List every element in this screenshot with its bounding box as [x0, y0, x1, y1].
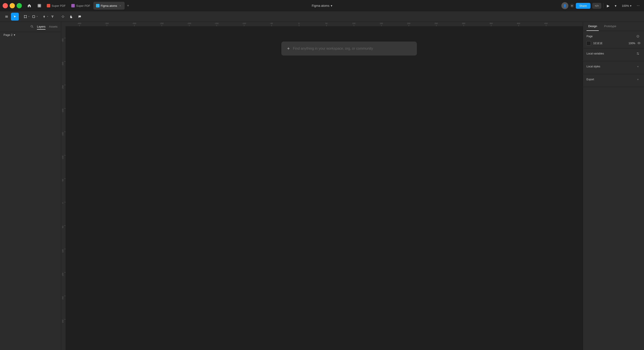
document-title: Figma atoms: [312, 4, 330, 8]
tab-super-pdf-2[interactable]: Super PDF: [69, 2, 93, 10]
svg-rect-7: [5, 16, 8, 16]
right-panel-tabs: Design Prototype: [583, 22, 644, 31]
figma-tab-icon: [96, 4, 100, 8]
frame-tool-button[interactable]: [22, 13, 29, 21]
layers-tab[interactable]: Layers: [37, 24, 46, 30]
tabs-container: Super PDF Super PDF Figma atoms × +: [35, 2, 560, 10]
svg-rect-6: [98, 6, 98, 7]
comment-tool-button[interactable]: [76, 13, 84, 21]
right-panel: Design Prototype Page 1E1E1E 100%: [583, 22, 644, 350]
tab-figma-atoms[interactable]: Figma atoms ×: [93, 2, 124, 10]
left-panel: Layers Assets Page 2 ▾: [0, 22, 61, 350]
component-tools: [59, 13, 84, 21]
play-dropdown-button[interactable]: ▾: [613, 3, 618, 9]
prototype-tab[interactable]: Prototype: [602, 22, 618, 31]
page-color-swatch[interactable]: [586, 41, 591, 46]
svg-rect-10: [24, 16, 26, 18]
page-style-settings-button[interactable]: [635, 34, 640, 39]
visibility-toggle-button[interactable]: [638, 42, 640, 45]
zoom-level: 100%: [622, 4, 629, 8]
svg-rect-4: [98, 5, 98, 6]
local-variables-settings-button[interactable]: [635, 51, 640, 56]
pdf2-tab-icon: [71, 4, 75, 8]
shape-tools: ▾ ▾: [22, 13, 38, 21]
page-color-row: 1E1E1E 100%: [586, 41, 640, 46]
code-label: </>: [595, 4, 599, 8]
draw-tools: ▾: [40, 13, 56, 21]
horizontal-ruler: [61, 22, 583, 26]
toolbar: ▾ ▾ ▾: [0, 11, 644, 22]
tab-super-pdf-2-label: Super PDF: [76, 4, 90, 8]
pdf1-tab-icon: [47, 4, 50, 8]
title-dropdown-arrow: ▾: [331, 4, 332, 8]
quick-search-text: Find anything in your workspace, org, or…: [293, 47, 373, 51]
svg-point-16: [31, 25, 32, 27]
page-section-header: Page: [586, 34, 640, 39]
tab-globe[interactable]: [35, 2, 44, 10]
quick-search-bar[interactable]: ✦ Find anything in your workspace, org, …: [281, 42, 417, 56]
more-options-button[interactable]: ···: [635, 3, 642, 9]
tab-figma-atoms-label: Figma atoms: [101, 4, 117, 8]
search-button[interactable]: [30, 25, 34, 29]
export-section-header: Export +: [586, 77, 640, 82]
home-button[interactable]: [25, 2, 33, 10]
design-tab[interactable]: Design: [586, 22, 599, 31]
shape-tool-arrow: ▾: [37, 16, 38, 18]
svg-rect-15: [32, 16, 35, 18]
code-view-button[interactable]: </>: [592, 3, 602, 9]
tab-add-button[interactable]: +: [125, 3, 131, 9]
hand-tool-button[interactable]: [67, 13, 75, 21]
divider: [603, 3, 603, 8]
close-window-button[interactable]: [2, 3, 8, 8]
menu-button[interactable]: [2, 13, 10, 21]
page-section: Page 1E1E1E 100%: [583, 31, 644, 48]
page-selector[interactable]: Page 2 ▾: [0, 32, 61, 38]
avatar-dropdown-button[interactable]: ▾: [570, 4, 574, 8]
export-section: Export +: [583, 74, 644, 87]
svg-point-27: [638, 54, 639, 55]
svg-point-26: [637, 53, 638, 53]
globe-tab-icon: [38, 4, 41, 8]
svg-rect-19: [61, 22, 66, 350]
assets-tab[interactable]: Assets: [49, 24, 58, 30]
zoom-control[interactable]: 100% ▾: [620, 3, 633, 8]
canvas-area[interactable]: ✦ Find anything in your workspace, org, …: [61, 22, 583, 350]
export-add-button[interactable]: +: [635, 77, 640, 82]
page-label: Page 2: [4, 33, 12, 37]
vertical-ruler: [61, 22, 66, 350]
local-styles-title: Local styles: [586, 65, 600, 68]
local-styles-header: Local styles +: [586, 64, 640, 69]
tab-super-pdf-1[interactable]: Super PDF: [44, 2, 68, 10]
pen-tool-button[interactable]: [40, 13, 48, 21]
svg-rect-3: [97, 5, 98, 6]
main-layout: Layers Assets Page 2 ▾ ✦ Find anyth: [0, 22, 644, 350]
shape-tool-button[interactable]: [30, 13, 38, 21]
local-variables-header: Local variables: [586, 51, 640, 56]
document-title-area[interactable]: Figma atoms ▾: [312, 4, 332, 8]
move-tool-button[interactable]: [11, 13, 19, 21]
play-button[interactable]: ▶: [605, 3, 611, 9]
local-styles-add-button[interactable]: +: [635, 64, 640, 69]
avatar-button[interactable]: 👤: [561, 2, 568, 9]
tab-super-pdf-1-label: Super PDF: [52, 4, 66, 8]
left-panel-header: Layers Assets: [0, 22, 61, 32]
svg-rect-5: [97, 6, 98, 7]
local-variables-title: Local variables: [586, 52, 604, 55]
text-tool-button[interactable]: [48, 13, 56, 21]
select-tools: ▾: [2, 13, 19, 21]
maximize-window-button[interactable]: [16, 3, 22, 8]
window-controls: [2, 3, 22, 8]
svg-point-23: [639, 43, 640, 43]
svg-rect-18: [61, 22, 583, 26]
tab-figma-atoms-close[interactable]: ×: [118, 4, 122, 8]
page-dropdown-arrow: ▾: [14, 33, 15, 37]
local-styles-section: Local styles +: [583, 61, 644, 74]
frame-tool-arrow: ▾: [28, 16, 29, 18]
minimize-window-button[interactable]: [10, 3, 15, 8]
title-bar: Super PDF Super PDF Figma atoms × + Figm…: [0, 0, 644, 11]
share-button[interactable]: Share: [576, 3, 590, 9]
page-opacity: 100%: [628, 42, 635, 45]
move-tool-arrow: ▾: [18, 16, 19, 18]
svg-line-17: [32, 27, 33, 28]
component-tool-button[interactable]: [59, 13, 67, 21]
